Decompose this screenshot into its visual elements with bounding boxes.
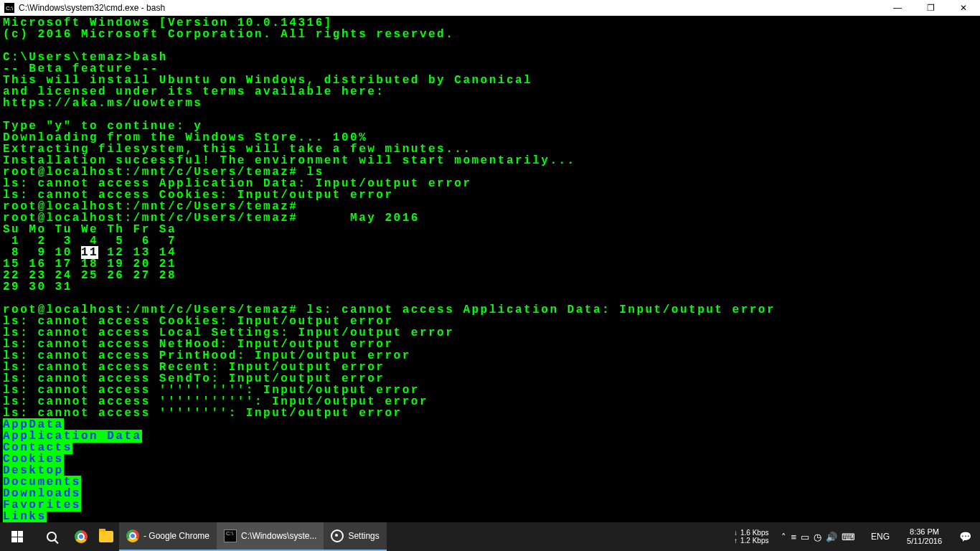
- arrow-up-icon: ↑: [734, 537, 738, 545]
- terminal-line: 15 16 17 18 19 20 21: [3, 258, 977, 270]
- terminal-line: ls: cannot access Recent: Input/output e…: [3, 362, 977, 373]
- ls-directory: Links: [3, 511, 977, 522]
- terminal-line: ls: cannot access ''''''''''': Input/out…: [3, 396, 977, 408]
- terminal-line: 22 23 24 25 26 27 28: [3, 270, 977, 281]
- terminal-line: ls: cannot access ''''' '''': Input/outp…: [3, 385, 977, 396]
- ls-directory: Cookies: [3, 453, 977, 465]
- network-speed-indicator[interactable]: ↓1.6 Kbps ↑1.2 Kbps: [734, 529, 771, 545]
- terminal-line: Type "y" to continue: y: [3, 121, 977, 132]
- window-titlebar: C:\ C:\Windows\system32\cmd.exe - bash —…: [0, 0, 980, 16]
- terminal-line: -- Beta feature --: [3, 63, 977, 75]
- taskbar-cmd-window[interactable]: C:\ C:\Windows\syste...: [217, 522, 324, 551]
- tray-chevron-icon[interactable]: ˄: [781, 532, 786, 542]
- explorer-pinned[interactable]: [93, 522, 119, 551]
- task-label: - Google Chrome: [143, 531, 209, 541]
- ls-directory: Downloads: [3, 488, 977, 499]
- window-title: C:\Windows\system32\cmd.exe - bash: [19, 3, 165, 13]
- cmd-titlebar-icon: C:\: [4, 3, 14, 13]
- task-label: C:\Windows\syste...: [241, 531, 316, 541]
- bluetooth-icon[interactable]: ≡: [791, 532, 796, 542]
- system-tray: ˄ ≡ ▭ ◷ 🔊 ⌨: [777, 532, 859, 542]
- terminal-output[interactable]: Microsoft Windows [Version 10.0.14316](c…: [0, 16, 980, 522]
- wifi-icon[interactable]: ◷: [814, 532, 821, 542]
- terminal-line: (c) 2016 Microsoft Corporation. All righ…: [3, 29, 977, 40]
- terminal-line: root@localhost:/mnt/c/Users/temaz#: [3, 201, 977, 212]
- taskbar-chrome-window[interactable]: - Google Chrome: [119, 522, 217, 551]
- terminal-line: ls: cannot access PrintHood: Input/outpu…: [3, 350, 977, 362]
- terminal-line: [3, 40, 977, 52]
- action-center-button[interactable]: 💬: [953, 522, 977, 551]
- net-down-value: 1.6 Kbps: [740, 529, 768, 537]
- ls-directory: Application Data: [3, 430, 977, 442]
- start-button[interactable]: [0, 522, 34, 551]
- terminal-line: [3, 293, 977, 304]
- maximize-button[interactable]: ❐: [914, 0, 947, 16]
- close-button[interactable]: ✕: [947, 0, 980, 16]
- terminal-line: ls: cannot access Cookies: Input/output …: [3, 316, 977, 327]
- terminal-line: ls: cannot access '''''''': Input/output…: [3, 408, 977, 419]
- task-label: Settings: [348, 531, 379, 541]
- ls-directory: Contacts: [3, 442, 977, 453]
- terminal-line: ls: cannot access NetHood: Input/output …: [3, 339, 977, 350]
- ls-directory: Desktop: [3, 465, 977, 476]
- clock-date: 5/11/2016: [907, 537, 942, 546]
- terminal-line: root@localhost:/mnt/c/Users/temaz# ls: [3, 166, 977, 178]
- windows-icon: [11, 531, 23, 542]
- ls-directory: Favorites: [3, 499, 977, 511]
- chrome-pinned[interactable]: [69, 522, 93, 551]
- ls-directory: AppData: [3, 419, 977, 430]
- ls-directory: Documents: [3, 476, 977, 488]
- terminal-line: ls: cannot access Local Settings: Input/…: [3, 327, 977, 339]
- calendar-current-week: 8 9 10 11 12 13 14: [3, 247, 977, 258]
- taskbar: - Google Chrome C:\ C:\Windows\syste... …: [0, 522, 980, 551]
- terminal-line: ls: cannot access Application Data: Inpu…: [3, 178, 977, 189]
- terminal-line: root@localhost:/mnt/c/Users/temaz# ls: c…: [3, 304, 977, 316]
- gear-icon: [331, 529, 344, 542]
- chrome-icon: [75, 530, 88, 543]
- battery-icon[interactable]: ▭: [801, 532, 809, 542]
- terminal-line: https://aka.ms/uowterms: [3, 98, 977, 109]
- terminal-line: 29 30 31: [3, 281, 977, 293]
- terminal-line: 1 2 3 4 5 6 7: [3, 235, 977, 247]
- terminal-line: Su Mo Tu We Th Fr Sa: [3, 224, 977, 235]
- terminal-line: ls: cannot access SendTo: Input/output e…: [3, 373, 977, 385]
- keyboard-icon[interactable]: ⌨: [842, 532, 855, 542]
- cmd-icon: C:\: [224, 529, 237, 542]
- search-icon: [47, 532, 57, 542]
- folder-icon: [99, 531, 113, 542]
- language-indicator[interactable]: ENG: [865, 532, 895, 542]
- taskbar-settings-window[interactable]: Settings: [324, 522, 386, 551]
- terminal-line: ls: cannot access Cookies: Input/output …: [3, 189, 977, 201]
- terminal-line: Microsoft Windows [Version 10.0.14316]: [3, 17, 977, 29]
- minimize-button[interactable]: —: [881, 0, 914, 16]
- chrome-icon: [126, 529, 139, 542]
- arrow-down-icon: ↓: [734, 529, 738, 537]
- terminal-line: C:\Users\temaz>bash: [3, 52, 977, 63]
- terminal-line: Downloading from the Windows Store... 10…: [3, 132, 977, 143]
- search-button[interactable]: [34, 522, 69, 551]
- terminal-line: This will install Ubuntu on Windows, dis…: [3, 75, 977, 86]
- terminal-line: root@localhost:/mnt/c/Users/temaz# May 2…: [3, 212, 977, 224]
- terminal-line: [3, 109, 977, 121]
- terminal-line: Installation successful! The environment…: [3, 155, 977, 166]
- terminal-line: and licensed under its terms available h…: [3, 86, 977, 98]
- terminal-line: Extracting filesystem, this will take a …: [3, 143, 977, 155]
- net-up-value: 1.2 Kbps: [740, 537, 768, 545]
- volume-icon[interactable]: 🔊: [826, 532, 837, 542]
- taskbar-clock[interactable]: 8:36 PM 5/11/2016: [901, 527, 948, 546]
- clock-time: 8:36 PM: [910, 527, 939, 537]
